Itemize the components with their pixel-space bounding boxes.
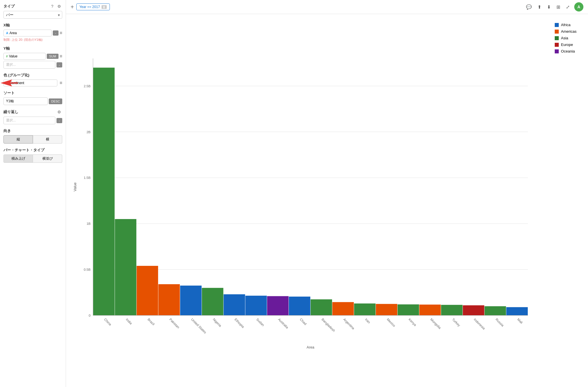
bar[interactable] xyxy=(224,294,245,316)
x-tick-label: Chad xyxy=(299,318,307,326)
legend-item: Europe xyxy=(555,42,577,47)
type-section: タイプ ? ⚙ バー ▾ xyxy=(3,3,62,19)
filter-badge[interactable]: Year == 2017 🗑 xyxy=(76,3,110,10)
orientation-horizontal-button[interactable]: 横 xyxy=(33,135,62,144)
toolbar: + Year == 2017 🗑 💬 ⬆ ⬇ ⊞ ⤢ A xyxy=(66,0,588,14)
color-type-icon: A xyxy=(6,81,8,85)
xaxis-constraint: 制限: 上位 20: (現在のY1軸) xyxy=(3,38,62,42)
bar[interactable] xyxy=(484,306,506,316)
expand-button[interactable]: ⤢ xyxy=(565,3,571,11)
legend-color-swatch xyxy=(555,23,559,27)
color-field-row: A Continent ≡ xyxy=(3,80,62,86)
repeat-label: 繰り返し xyxy=(3,109,18,115)
repeat-remove-button[interactable]: - xyxy=(57,118,62,123)
orientation-vertical-button[interactable]: 縦 xyxy=(3,135,33,144)
bar[interactable] xyxy=(180,286,202,316)
main-area: + Year == 2017 🗑 💬 ⬆ ⬇ ⊞ ⤢ A AfricaAmeri… xyxy=(66,0,588,387)
x-axis-title: Area xyxy=(307,345,315,349)
x-tick-label: Mexico xyxy=(386,318,396,327)
bar[interactable] xyxy=(311,299,332,316)
toolbar-left: + Year == 2017 🗑 xyxy=(71,3,110,10)
yaxis-agg-button[interactable]: SUM xyxy=(47,54,58,59)
chart-wrap: AfricaAmericasAsiaEuropeOceania 00.5B1B1… xyxy=(69,20,582,381)
bar[interactable] xyxy=(354,303,375,316)
bar[interactable] xyxy=(245,296,267,316)
color-section: 色 (グループ化) A Continent ≡ xyxy=(3,73,62,86)
bar[interactable] xyxy=(158,284,180,316)
avatar[interactable]: A xyxy=(574,2,583,11)
bar[interactable] xyxy=(506,307,528,316)
download-button[interactable]: ⬇ xyxy=(546,3,552,11)
bar[interactable] xyxy=(267,296,289,315)
bar[interactable] xyxy=(441,305,463,316)
chart-type-side-button[interactable]: 横並び xyxy=(33,154,62,163)
bar[interactable] xyxy=(419,305,441,316)
x-tick-label: Bangladesh xyxy=(321,318,336,332)
type-help-icon[interactable]: ? xyxy=(50,3,54,9)
repeat-field-row: 選択... - xyxy=(3,117,62,124)
y-tick-label: 0.5B xyxy=(84,268,91,271)
xaxis-field-pill[interactable]: A Area xyxy=(3,30,52,36)
bar-chart: 00.5B1B1.5B2B2.5BChinaIndiaBrazilPakista… xyxy=(69,20,582,381)
add-filter-button[interactable]: + xyxy=(71,4,74,10)
grid-button[interactable]: ⊞ xyxy=(555,3,561,11)
y-tick-label: 1.5B xyxy=(84,176,91,179)
legend-item: Asia xyxy=(555,36,577,40)
legend-item-label: Europe xyxy=(561,42,573,47)
color-menu-icon[interactable]: ≡ xyxy=(60,80,62,86)
type-settings-icon[interactable]: ⚙ xyxy=(56,3,62,9)
x-tick-label: Brazil xyxy=(147,318,155,326)
orientation-section: 向き 縦 横 xyxy=(3,128,62,144)
bar[interactable] xyxy=(398,304,419,315)
x-tick-label: Mali xyxy=(517,318,523,324)
bar[interactable] xyxy=(93,68,115,316)
type-select[interactable]: バー xyxy=(3,11,62,19)
bar[interactable] xyxy=(115,219,137,316)
x-tick-label: United States xyxy=(190,318,207,334)
legend-item-label: Americas xyxy=(561,29,577,34)
yaxis-remove-button[interactable]: - xyxy=(57,62,62,67)
repeat-select-placeholder[interactable]: 選択... xyxy=(3,117,55,124)
yaxis-select-row: 選択... - xyxy=(3,61,62,69)
sort-row: Y1軸 DESC xyxy=(3,97,62,105)
x-tick-label: India xyxy=(125,318,133,325)
yaxis-field-pill[interactable]: # Value xyxy=(3,53,46,60)
legend-item-label: Africa xyxy=(561,23,571,27)
bar[interactable] xyxy=(202,288,223,316)
repeat-section: 繰り返し ⚙ 選択... - xyxy=(3,109,62,124)
repeat-select-text: 選択... xyxy=(6,118,16,123)
repeat-settings-icon[interactable]: ⚙ xyxy=(56,109,62,115)
x-tick-label: Kenya xyxy=(408,318,417,327)
xaxis-menu-icon[interactable]: ≡ xyxy=(60,30,62,36)
orientation-label: 向き xyxy=(3,128,62,133)
x-tick-label: Argentina xyxy=(343,318,355,330)
sort-section: ソート Y1軸 DESC xyxy=(3,90,62,105)
bar[interactable] xyxy=(137,266,158,316)
filter-remove-icon[interactable]: 🗑 xyxy=(102,5,107,9)
yaxis-menu-icon[interactable]: ≡ xyxy=(60,54,62,59)
yaxis-select-placeholder[interactable]: 選択... xyxy=(3,61,55,69)
legend-color-swatch xyxy=(555,36,559,40)
y-tick-label: 1B xyxy=(87,222,91,225)
upload-button[interactable]: ⬆ xyxy=(536,3,542,11)
comment-button[interactable]: 💬 xyxy=(525,3,533,11)
chart-type-stacked-button[interactable]: 積み上げ xyxy=(3,154,33,163)
yaxis-label: Y軸 xyxy=(3,46,62,51)
bar[interactable] xyxy=(332,302,354,315)
bar[interactable] xyxy=(376,304,397,316)
yaxis-section: Y軸 # Value SUM ≡ 選択... - xyxy=(3,46,62,69)
legend-item-label: Oceania xyxy=(561,49,575,53)
xaxis-remove-button[interactable]: - xyxy=(53,30,59,36)
x-tick-label: Indonesia xyxy=(473,318,486,330)
orientation-buttons: 縦 横 xyxy=(3,135,62,144)
sort-label: ソート xyxy=(3,90,62,96)
sort-field-display: Y1軸 xyxy=(3,97,48,105)
color-field-pill[interactable]: A Continent xyxy=(3,80,57,86)
bar[interactable] xyxy=(289,297,310,316)
legend-color-swatch xyxy=(555,43,559,47)
bar[interactable] xyxy=(463,305,484,315)
sort-order-button[interactable]: DESC xyxy=(49,98,62,104)
yaxis-select-text: 選択... xyxy=(6,62,16,67)
chart-area: AfricaAmericasAsiaEuropeOceania 00.5B1B1… xyxy=(66,14,588,387)
x-tick-label: Russia xyxy=(495,318,505,327)
